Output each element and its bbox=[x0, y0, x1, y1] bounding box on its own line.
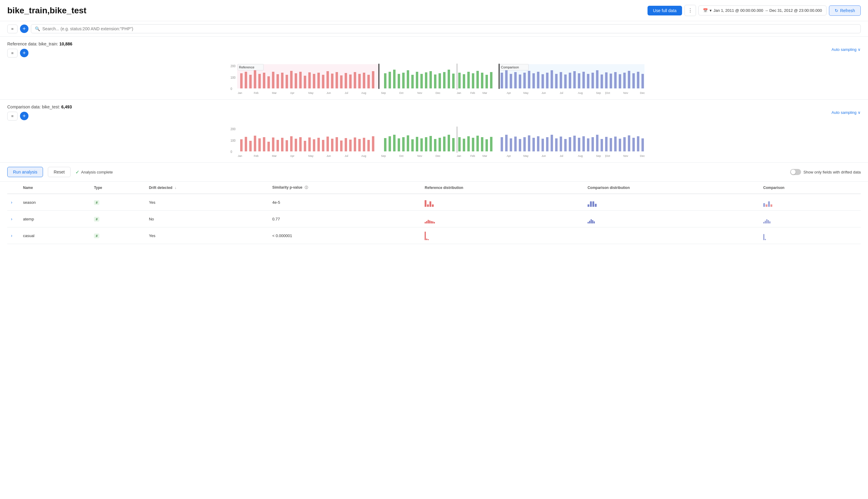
svg-text:2012: 2012 bbox=[457, 157, 463, 157]
svg-text:Mar: Mar bbox=[272, 155, 277, 157]
add-icon: + bbox=[23, 26, 26, 32]
svg-text:Nov: Nov bbox=[417, 92, 422, 95]
svg-rect-91 bbox=[614, 72, 617, 88]
header-actions: Use full data ⋮ 📅 ▾ Jan 1, 2011 @ 00:00:… bbox=[648, 5, 861, 16]
comparison-filter-button[interactable]: ≡ bbox=[7, 112, 17, 121]
expand-season-button[interactable]: › bbox=[11, 200, 12, 205]
casual-comp-dist-bars bbox=[588, 231, 756, 240]
svg-rect-17 bbox=[286, 75, 288, 88]
svg-rect-48 bbox=[434, 74, 436, 88]
svg-rect-165 bbox=[420, 138, 423, 151]
svg-rect-57 bbox=[472, 73, 474, 88]
info-icon[interactable]: ⓘ bbox=[305, 186, 308, 189]
expand-casual-button[interactable]: › bbox=[11, 233, 12, 238]
calendar-icon: 📅 bbox=[703, 8, 708, 13]
svg-rect-171 bbox=[448, 135, 450, 151]
svg-text:Oct: Oct bbox=[399, 92, 404, 95]
filter-button[interactable]: ≡ bbox=[7, 25, 17, 33]
atemp-name: atemp bbox=[20, 211, 90, 228]
svg-rect-210 bbox=[628, 135, 630, 151]
comparison-section-header: Comparison data: bike_test: 6,493 ≡ + Au… bbox=[7, 105, 861, 121]
svg-rect-71 bbox=[523, 73, 526, 88]
svg-rect-22 bbox=[308, 72, 311, 88]
season-pvalue: 4e-5 bbox=[269, 194, 421, 211]
svg-text:Jun: Jun bbox=[326, 92, 331, 95]
reference-filter-button[interactable]: ≡ bbox=[7, 49, 17, 58]
svg-rect-182 bbox=[501, 137, 503, 151]
reset-button[interactable]: Reset bbox=[48, 167, 71, 177]
use-full-data-button[interactable]: Use full data bbox=[648, 6, 682, 15]
svg-rect-18 bbox=[290, 71, 292, 88]
svg-rect-92 bbox=[619, 74, 621, 88]
season-name: season bbox=[20, 194, 90, 211]
casual-name: casual bbox=[20, 228, 90, 244]
svg-text:Sep: Sep bbox=[596, 92, 601, 95]
svg-rect-60 bbox=[485, 75, 488, 88]
table-row: › casual # Yes < 0.000001 bbox=[7, 228, 861, 244]
svg-rect-169 bbox=[438, 138, 441, 151]
expand-atemp-button[interactable]: › bbox=[11, 217, 12, 221]
season-type: # bbox=[90, 194, 145, 211]
svg-rect-67 bbox=[505, 70, 508, 88]
svg-rect-140 bbox=[299, 137, 302, 151]
svg-rect-197 bbox=[569, 137, 571, 151]
reference-add-button[interactable]: + bbox=[20, 49, 28, 57]
svg-text:0: 0 bbox=[230, 87, 232, 90]
svg-rect-149 bbox=[340, 141, 342, 151]
svg-text:200: 200 bbox=[230, 64, 236, 68]
svg-text:Apr: Apr bbox=[507, 92, 511, 95]
svg-rect-97 bbox=[641, 74, 644, 88]
dots-menu-button[interactable]: ⋮ bbox=[685, 5, 696, 16]
season-drift: Yes bbox=[145, 194, 269, 211]
svg-rect-54 bbox=[458, 73, 461, 88]
svg-rect-9 bbox=[249, 75, 252, 88]
svg-rect-183 bbox=[505, 135, 508, 151]
svg-rect-199 bbox=[578, 138, 580, 151]
svg-rect-45 bbox=[420, 74, 423, 88]
comparison-auto-sampling[interactable]: Auto sampling ∨ bbox=[832, 110, 861, 115]
svg-rect-162 bbox=[407, 135, 409, 151]
svg-text:Sep: Sep bbox=[596, 155, 601, 157]
col-type: Type bbox=[90, 182, 145, 194]
run-analysis-button[interactable]: Run analysis bbox=[7, 167, 43, 177]
svg-text:Feb: Feb bbox=[470, 92, 475, 95]
svg-text:Apr: Apr bbox=[290, 92, 294, 95]
svg-rect-72 bbox=[528, 71, 530, 88]
svg-text:Comparison: Comparison bbox=[501, 65, 519, 69]
casual-comp-dist bbox=[584, 228, 760, 244]
svg-rect-82 bbox=[573, 71, 576, 88]
svg-text:|Oct: |Oct bbox=[605, 155, 610, 157]
drift-toggle[interactable] bbox=[790, 169, 801, 175]
svg-rect-178 bbox=[477, 136, 479, 151]
comparison-add-button[interactable]: + bbox=[20, 112, 28, 120]
refresh-button[interactable]: ↻ Refresh bbox=[829, 5, 861, 16]
analysis-bar: Run analysis Reset ✓ Analysis complete S… bbox=[0, 162, 868, 182]
col-drift[interactable]: Drift detected ↓ bbox=[145, 182, 269, 194]
svg-rect-39 bbox=[393, 70, 396, 88]
svg-rect-180 bbox=[485, 139, 488, 151]
svg-rect-194 bbox=[555, 138, 557, 151]
svg-rect-167 bbox=[430, 136, 432, 151]
svg-rect-138 bbox=[290, 136, 292, 151]
date-range-text: Jan 1, 2011 @ 00:00:00.000 → Dec 31, 201… bbox=[713, 8, 822, 13]
atemp-comp-dist-bars bbox=[588, 215, 756, 223]
svg-rect-86 bbox=[591, 73, 594, 88]
toggle-knob bbox=[791, 170, 796, 174]
reference-auto-sampling[interactable]: Auto sampling ∨ bbox=[832, 47, 861, 52]
svg-rect-19 bbox=[295, 73, 297, 88]
season-ref-dist bbox=[421, 194, 584, 211]
search-input[interactable] bbox=[43, 26, 857, 31]
reference-section-header: Reference data: bike_train: 10,886 ≡ + A… bbox=[7, 41, 861, 58]
reference-data-section: Reference data: bike_train: 10,886 ≡ + A… bbox=[0, 37, 868, 100]
svg-text:2012: 2012 bbox=[457, 94, 463, 95]
svg-rect-213 bbox=[641, 138, 644, 151]
season-ref-dist-bars bbox=[425, 198, 580, 207]
date-range-button[interactable]: 📅 ▾ Jan 1, 2011 @ 00:00:00.000 → Dec 31,… bbox=[698, 5, 827, 15]
svg-rect-33 bbox=[358, 74, 361, 88]
svg-rect-79 bbox=[560, 72, 562, 88]
svg-text:Mar: Mar bbox=[272, 92, 277, 95]
add-button[interactable]: + bbox=[20, 25, 28, 33]
svg-rect-43 bbox=[411, 75, 414, 88]
svg-rect-90 bbox=[610, 74, 612, 88]
atemp-ref-dist-bars bbox=[425, 215, 580, 223]
